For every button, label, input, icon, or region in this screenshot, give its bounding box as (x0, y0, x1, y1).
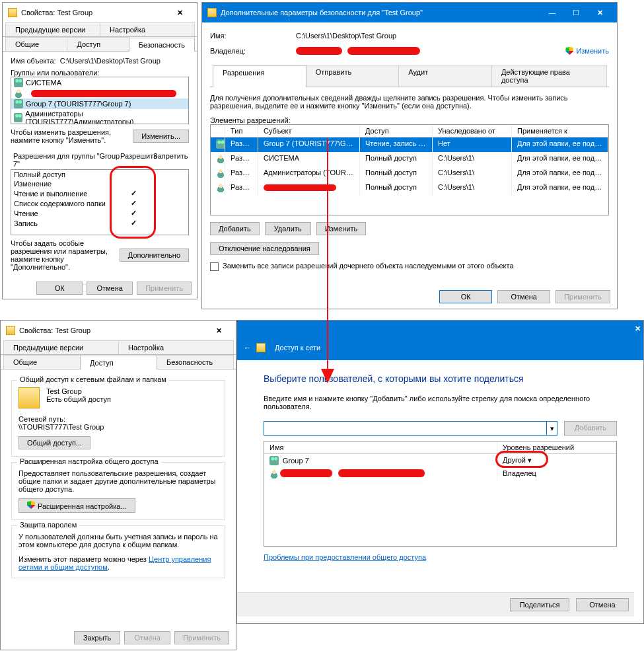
col-name[interactable]: Имя (264, 441, 497, 453)
password-desc: У пользователей должны быть учетная запи… (18, 533, 218, 549)
share-status: Есть общий доступ (46, 395, 111, 403)
share-row[interactable]: Group 7 Другой ▾ (264, 454, 616, 467)
group-item: Администраторы (TOURIST777\Администратор… (25, 110, 186, 124)
titlebar: Свойства: Test Group (3, 3, 197, 22)
user-input[interactable] (264, 422, 546, 435)
advanced-sharing-button[interactable]: Расширенная настройка... (18, 498, 135, 513)
share-list[interactable]: Имя Уровень разрешений Group 7 Другой ▾ … (264, 441, 617, 547)
folder-icon (18, 387, 40, 408)
tab-customize[interactable]: Настройка (100, 22, 195, 36)
table-row[interactable]: Разр...Group 7 (TOURIST777\Group 7)Чтени… (211, 137, 608, 152)
ok-button[interactable]: ОК (439, 290, 492, 303)
close-button[interactable]: Закрыть (74, 631, 120, 644)
ok-button[interactable]: ОК (36, 282, 83, 295)
tab-security[interactable]: Безопасность (129, 38, 195, 52)
password-group: Защита паролем У пользователей должны бы… (11, 525, 225, 578)
apply-button[interactable]: Применить (174, 631, 229, 644)
close-icon[interactable] (207, 323, 231, 338)
group-item: СИСТЕМА (26, 79, 61, 87)
close-icon[interactable] (588, 5, 612, 20)
advanced-sharing-group: Расширенная настройка общего доступа Пре… (11, 462, 225, 520)
tab-prev-versions[interactable]: Предыдущие версии (3, 340, 119, 354)
share-button[interactable]: Общий доступ... (18, 436, 90, 449)
apply-button[interactable]: Применить (137, 282, 192, 295)
titlebar: Свойства: Test Group (1, 321, 236, 340)
adv-pane: Имя:C:\Users\1\Desktop\Test Group Владел… (202, 22, 617, 276)
change-owner-link[interactable]: Изменить (576, 47, 609, 55)
table-row[interactable]: Разр...Полный доступC:\Users\1\Для этой … (211, 181, 608, 196)
uac-shield-icon (565, 47, 573, 55)
share-level: Владелец (503, 469, 536, 477)
properties-sharing-window: Свойства: Test Group Предыдущие версии Н… (0, 320, 236, 650)
change-hint: Чтобы изменить разрешения, нажмите кнопк… (11, 128, 133, 144)
permission-row: Запись (11, 218, 188, 228)
tab-sharing[interactable]: Доступ (67, 37, 129, 51)
add-button[interactable]: Добавить (210, 222, 260, 235)
group-icon (14, 78, 23, 87)
group-icon (14, 99, 23, 108)
share-row[interactable]: Владелец (264, 467, 616, 480)
tab-sharing[interactable]: Доступ (80, 356, 157, 369)
permissions-list[interactable]: Полный доступИзменениеЧтение и выполнени… (11, 169, 189, 235)
edit-button[interactable]: Изменить (316, 222, 367, 235)
tab-effective[interactable]: Действующие права доступа (491, 65, 607, 87)
window-title: Свойства: Test Group (19, 326, 207, 334)
advanced-button[interactable]: Дополнительно (120, 249, 189, 262)
tab-prev-versions[interactable]: Предыдущие версии (5, 22, 100, 36)
share-name: Group 7 (283, 457, 309, 465)
col-type[interactable]: Тип (225, 125, 258, 137)
network-sharing-group: Общий доступ к сетевым файлам и папкам T… (11, 380, 225, 457)
name-value: C:\Users\1\Desktop\Test Group (296, 32, 396, 40)
tab-security[interactable]: Безопасность (157, 355, 234, 369)
col-inherited[interactable]: Унаследовано от (433, 125, 512, 137)
tab-general[interactable]: Общие (5, 37, 67, 51)
tab-customize[interactable]: Настройка (118, 340, 234, 354)
permission-row: Изменение (11, 179, 188, 188)
permissions-table[interactable]: Тип Субъект Доступ Унаследовано от Приме… (210, 124, 609, 215)
edit-button[interactable]: Изменить... (133, 130, 189, 143)
permission-row: Полный доступ (11, 170, 188, 179)
replace-checkbox[interactable] (210, 262, 219, 271)
disable-inheritance-button[interactable]: Отключение наследования (210, 242, 319, 255)
window-title: Дополнительные параметры безопасности дл… (221, 9, 540, 17)
tab-permissions[interactable]: Разрешения (213, 65, 306, 87)
minimize-icon[interactable]: — (540, 5, 564, 20)
share-name: Test Group (46, 387, 111, 395)
user-icon (269, 469, 279, 479)
close-icon[interactable] (168, 5, 192, 20)
remove-button[interactable]: Удалить (265, 222, 311, 235)
tab-share[interactable]: Отправить (306, 65, 400, 87)
add-button[interactable]: Добавить (564, 421, 617, 436)
cancel-button[interactable]: Отмена (497, 290, 550, 303)
netpath-value: \\TOURIST777\Test Group (18, 423, 218, 431)
adv-hint: Для получения дополнительных сведений дв… (210, 94, 609, 110)
back-icon[interactable]: ← (244, 344, 251, 352)
col-applies[interactable]: Применяется к (512, 125, 608, 137)
cancel-button[interactable]: Отмена (576, 598, 629, 611)
apply-button[interactable]: Применить (555, 290, 610, 303)
table-row[interactable]: Разр...Администраторы (TOURIST7...Полный… (211, 167, 608, 181)
col-subject[interactable]: Субъект (258, 125, 360, 137)
group-label: Общий доступ к сетевым файлам и папкам (17, 375, 169, 383)
col-deny: Запретить (153, 152, 186, 168)
dot: . (108, 563, 110, 571)
folder-icon (207, 8, 217, 17)
user-combo[interactable]: ▾ (264, 421, 557, 436)
tab-audit[interactable]: Аудит (398, 65, 492, 87)
cancel-button[interactable]: Отмена (124, 631, 170, 644)
adv-share-desc: Предоставляет пользовательские разрешени… (18, 469, 218, 493)
cancel-button[interactable]: Отмена (87, 282, 133, 295)
col-access[interactable]: Доступ (360, 125, 433, 137)
group-item (26, 89, 28, 97)
network-access-window: ← Доступ к сети Выберите пользователей, … (236, 320, 644, 624)
groups-list[interactable]: СИСТЕМА Group 7 (TOURIST777\Group 7) Адм… (11, 77, 189, 124)
close-icon[interactable] (635, 325, 641, 333)
replace-label: Заменить все записи разрешений дочернего… (223, 262, 514, 270)
share-button[interactable]: Поделиться (510, 598, 569, 611)
maximize-icon[interactable]: ☐ (564, 5, 588, 20)
table-row[interactable]: Разр...СИСТЕМАПолный доступC:\Users\1\Дл… (211, 152, 608, 167)
elements-label: Элементы разрешений: (210, 116, 609, 124)
chevron-down-icon[interactable]: ▾ (546, 422, 557, 435)
tab-general[interactable]: Общие (3, 355, 81, 369)
trouble-link[interactable]: Проблемы при предоставлении общего досту… (264, 553, 426, 561)
